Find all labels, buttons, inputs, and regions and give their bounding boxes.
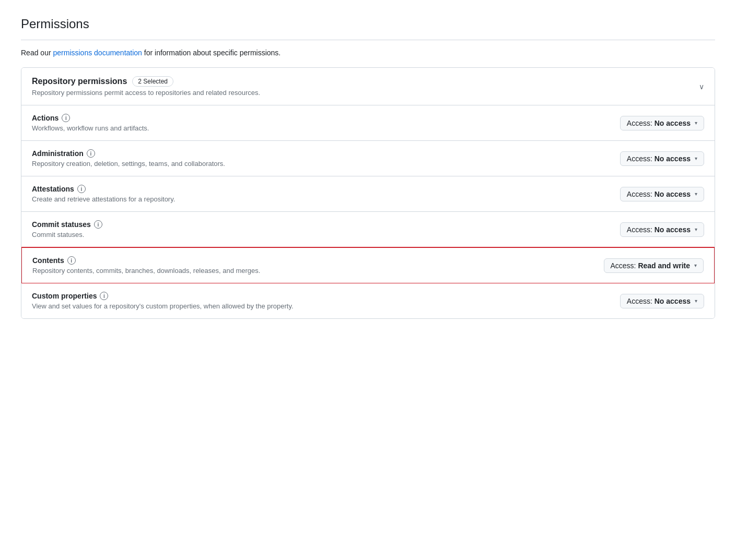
access-label-administration: Access: No access [627, 154, 691, 163]
dropdown-arrow-administration: ▾ [695, 156, 697, 161]
permission-left-commit-statuses: Commit statuses i Commit statuses. [32, 220, 620, 239]
permission-desc-actions: Workflows, workflow runs and artifacts. [32, 124, 620, 132]
permission-row-custom-properties: Custom properties i View and set values … [21, 283, 715, 318]
permission-title-row-custom-properties: Custom properties i [32, 292, 620, 300]
dropdown-arrow-contents: ▾ [694, 263, 697, 268]
access-dropdown-administration[interactable]: Access: No access ▾ [620, 151, 704, 166]
info-icon-commit-statuses[interactable]: i [94, 220, 102, 229]
info-icon-contents[interactable]: i [67, 256, 76, 265]
access-dropdown-contents[interactable]: Access: Read and write ▾ [604, 258, 704, 273]
repo-permissions-left: Repository permissions 2 Selected Reposi… [32, 76, 260, 97]
permission-desc-administration: Repository creation, deletion, settings,… [32, 160, 620, 168]
access-label-commit-statuses: Access: No access [627, 225, 691, 234]
selected-badge: 2 Selected [132, 76, 173, 87]
intro-prefix: Read our [21, 49, 53, 57]
permission-row-contents: Contents i Repository contents, commits,… [21, 247, 715, 284]
permission-left-contents: Contents i Repository contents, commits,… [32, 256, 604, 275]
permission-row-attestations: Attestations i Create and retrieve attes… [21, 176, 715, 212]
permission-row-administration: Administration i Repository creation, de… [21, 141, 715, 176]
permission-title-row-commit-statuses: Commit statuses i [32, 220, 620, 229]
permission-title-row-actions: Actions i [32, 114, 620, 122]
intro-suffix: for information about specific permissio… [142, 49, 281, 57]
permissions-container: Repository permissions 2 Selected Reposi… [21, 67, 715, 319]
dropdown-arrow-attestations: ▾ [695, 191, 697, 197]
permission-title-administration: Administration [32, 149, 84, 158]
info-icon-administration[interactable]: i [87, 149, 95, 158]
dropdown-arrow-commit-statuses: ▾ [695, 227, 697, 232]
page-title: Permissions [21, 17, 715, 31]
permission-row-commit-statuses: Commit statuses i Commit statuses. Acces… [21, 212, 715, 247]
repo-permissions-subtitle: Repository permissions permit access to … [32, 89, 260, 97]
permission-left-attestations: Attestations i Create and retrieve attes… [32, 185, 620, 203]
permission-desc-contents: Repository contents, commits, branches, … [32, 267, 604, 275]
permission-title-contents: Contents [32, 256, 64, 265]
permission-title-row-contents: Contents i [32, 256, 604, 265]
info-icon-actions[interactable]: i [62, 114, 70, 122]
permission-desc-custom-properties: View and set values for a repository's c… [32, 302, 620, 310]
access-dropdown-commit-statuses[interactable]: Access: No access ▾ [620, 222, 704, 237]
permission-title-custom-properties: Custom properties [32, 292, 97, 300]
permission-title-actions: Actions [32, 114, 59, 122]
permission-left-custom-properties: Custom properties i View and set values … [32, 292, 620, 310]
repo-permissions-header: Repository permissions 2 Selected Reposi… [21, 68, 715, 105]
permission-title-commit-statuses: Commit statuses [32, 220, 91, 229]
permission-left-actions: Actions i Workflows, workflow runs and a… [32, 114, 620, 132]
permission-title-row-attestations: Attestations i [32, 185, 620, 193]
access-label-contents: Access: Read and write [611, 261, 691, 270]
info-icon-custom-properties[interactable]: i [100, 292, 108, 300]
permission-title-attestations: Attestations [32, 185, 74, 193]
access-label-custom-properties: Access: No access [627, 297, 691, 305]
repo-permissions-title-row: Repository permissions 2 Selected [32, 76, 260, 87]
permission-title-row-administration: Administration i [32, 149, 620, 158]
dropdown-arrow-custom-properties: ▾ [695, 298, 697, 304]
chevron-down-icon[interactable]: ∨ [699, 82, 704, 91]
permission-row-actions: Actions i Workflows, workflow runs and a… [21, 105, 715, 141]
permission-desc-commit-statuses: Commit statuses. [32, 231, 620, 239]
access-label-actions: Access: No access [627, 119, 691, 127]
access-dropdown-custom-properties[interactable]: Access: No access ▾ [620, 294, 704, 308]
title-divider [21, 40, 715, 40]
permissions-doc-link[interactable]: permissions documentation [53, 49, 142, 57]
dropdown-arrow-actions: ▾ [695, 120, 697, 126]
intro-paragraph: Read our permissions documentation for i… [21, 49, 715, 57]
access-label-attestations: Access: No access [627, 190, 691, 198]
access-dropdown-attestations[interactable]: Access: No access ▾ [620, 187, 704, 201]
repo-permissions-title: Repository permissions [32, 77, 127, 86]
permission-left-administration: Administration i Repository creation, de… [32, 149, 620, 168]
info-icon-attestations[interactable]: i [77, 185, 86, 193]
access-dropdown-actions[interactable]: Access: No access ▾ [620, 116, 704, 130]
permission-desc-attestations: Create and retrieve attestations for a r… [32, 195, 620, 203]
